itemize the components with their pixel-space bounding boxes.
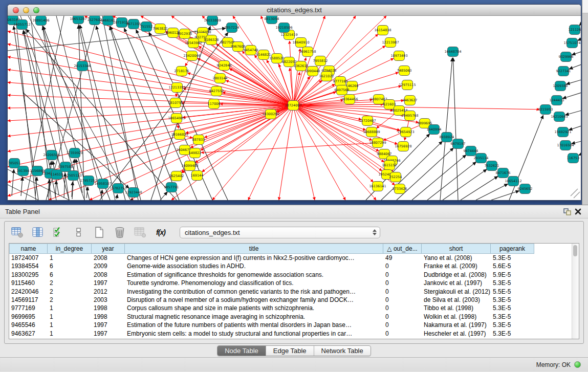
table-row[interactable]: 911546021997Tourette syndrome. Phenomeno…	[9, 279, 579, 287]
graph-node[interactable]: 16210643	[551, 112, 568, 122]
delete-trash-icon[interactable]	[113, 226, 126, 239]
table-row[interactable]: 1938455462009Genome-wide association stu…	[9, 262, 579, 270]
column-visibility-icon[interactable]	[31, 226, 45, 239]
column-header-2[interactable]: year	[92, 244, 125, 254]
graph-node[interactable]: 8912935	[178, 29, 192, 39]
minimize-window-button[interactable]	[23, 7, 29, 13]
graph-node[interactable]: 16154838	[374, 26, 391, 35]
graph-node[interactable]: 9463627	[403, 96, 418, 105]
column-header-6[interactable]: pagerank	[491, 244, 534, 254]
graph-node[interactable]: 887833	[192, 135, 205, 145]
graph-node[interactable]: 16033809	[204, 16, 221, 26]
column-header-5[interactable]: short	[422, 244, 491, 254]
table-row[interactable]: 946362711997Embryonic stem cells: a mode…	[9, 330, 579, 338]
graph-node[interactable]: 7625402	[169, 171, 184, 181]
graph-node[interactable]: 12505123	[64, 171, 81, 181]
graph-node[interactable]: 9329966	[559, 52, 574, 62]
tab-network-table[interactable]: Network Table	[314, 346, 371, 356]
graph-node[interactable]: 12213359	[168, 83, 185, 93]
table-row[interactable]: 946554611997Estimation of the future num…	[9, 321, 579, 329]
graph-node[interactable]: 8813054	[265, 16, 279, 24]
graph-node[interactable]: 6497568	[335, 85, 350, 95]
graph-node[interactable]: 9671355	[126, 19, 141, 29]
graph-node[interactable]: 16136141	[369, 182, 386, 191]
graph-node[interactable]: 10654112	[505, 177, 521, 186]
select-rows-icon[interactable]	[52, 226, 65, 239]
table-row[interactable]: 1872400712008Changes of HCN gene express…	[9, 254, 579, 262]
graph-node[interactable]: 18640910	[292, 38, 309, 48]
graph-node[interactable]: 8427552	[209, 86, 224, 96]
import-table-icon[interactable]	[134, 226, 147, 239]
graph-node[interactable]: 1640994	[427, 125, 442, 135]
graph-node[interactable]: 1621022	[319, 72, 334, 81]
function-fx-icon[interactable]: f(x)	[154, 226, 167, 239]
graph-node[interactable]: 17359928	[66, 148, 83, 158]
memory-ok-indicator[interactable]	[574, 361, 581, 368]
table-vertical-scrollbar[interactable]	[572, 244, 579, 339]
row-height-icon[interactable]	[72, 226, 85, 239]
graph-node[interactable]: 1244413	[550, 96, 564, 105]
graph-node[interactable]: 12975115	[399, 80, 416, 90]
tab-node-table[interactable]: Node Table	[217, 346, 266, 356]
graph-node[interactable]: 16756928	[395, 142, 411, 151]
graph-node[interactable]: 2803144	[213, 74, 228, 83]
column-header-1[interactable]: in_degree	[48, 244, 92, 254]
graph-node[interactable]: 391394	[17, 166, 30, 176]
graph-node[interactable]: 20891406	[32, 16, 49, 26]
graph-node[interactable]: 549822	[189, 148, 202, 158]
close-panel-icon[interactable]	[573, 207, 583, 216]
float-panel-icon[interactable]	[562, 207, 573, 216]
graph-node[interactable]: 8215953	[538, 105, 553, 115]
graph-node[interactable]: 7632621	[485, 161, 499, 171]
graph-node[interactable]: 15751074	[563, 38, 580, 48]
network-canvas[interactable]: 1872400718300295796382289601288912935232…	[8, 16, 581, 200]
graph-node[interactable]: 19654985	[168, 114, 185, 123]
graph-node[interactable]: 16648784	[444, 47, 461, 57]
graph-node[interactable]: 15692921	[554, 127, 571, 137]
graph-node[interactable]: 117006	[208, 99, 221, 109]
graph-node[interactable]: 116753	[567, 154, 580, 163]
graph-node[interactable]: 2718176	[175, 67, 189, 76]
graph-node[interactable]: 12213987	[382, 38, 399, 48]
graph-node[interactable]: 7955812	[313, 56, 328, 66]
graph-node[interactable]: 1990448	[306, 67, 320, 76]
graph-node[interactable]: 252254	[389, 172, 402, 182]
graph-node[interactable]: 16782753	[110, 184, 126, 193]
graph-node[interactable]: 8938924	[440, 133, 454, 142]
column-header-3[interactable]: title	[125, 244, 383, 254]
table-row[interactable]: 1830029562008Estimation of significance …	[9, 271, 579, 279]
table-row[interactable]: 1456911722003Disruption of a novel membe…	[9, 296, 579, 304]
graph-node[interactable]: 1733426	[393, 184, 407, 194]
graph-node[interactable]: 6479197	[451, 139, 466, 149]
graph-node[interactable]: 1527602	[88, 16, 102, 25]
graph-node[interactable]: 8186328	[204, 35, 219, 45]
graph-node[interactable]: 9146821	[256, 50, 271, 60]
graph-node[interactable]: 7485063	[397, 66, 412, 76]
graph-node[interactable]: 18807299	[369, 138, 386, 148]
graph-node[interactable]: 20153346	[74, 61, 91, 71]
graph-node[interactable]: 1209388	[553, 81, 568, 91]
graph-node[interactable]: 2935114	[474, 154, 489, 163]
table-row[interactable]: 969969511998Structural magnetic resonanc…	[9, 313, 579, 321]
zoom-window-button[interactable]	[33, 7, 39, 13]
graph-node[interactable]: 9242848	[217, 61, 232, 71]
table-settings-icon[interactable]	[11, 226, 24, 239]
graph-node[interactable]: 121126	[569, 25, 581, 35]
graph-node[interactable]: 1810755	[168, 98, 183, 108]
graph-node[interactable]: 10653287	[70, 16, 86, 24]
graph-node[interactable]: 751552	[140, 22, 153, 32]
graph-node[interactable]: 9245652	[518, 184, 533, 194]
column-header-4[interactable]: △ out_de...	[383, 244, 422, 254]
graph-node[interactable]: 9397588	[58, 162, 73, 172]
table-selector-dropdown[interactable]: citations_edges.txt	[180, 227, 380, 238]
canvas-resize-grip[interactable]	[571, 189, 580, 198]
graph-node[interactable]: 8471676	[496, 168, 511, 178]
graph-node[interactable]: 169144	[191, 171, 204, 181]
column-header-0[interactable]: name	[9, 244, 48, 254]
graph-node[interactable]: 10973493	[390, 51, 407, 61]
graph-node[interactable]: 17016504	[557, 141, 574, 150]
tab-edge-table[interactable]: Edge Table	[266, 346, 314, 356]
new-table-icon[interactable]	[93, 226, 106, 239]
graph-node[interactable]: 9227341	[556, 67, 571, 76]
graph-node[interactable]: 9857791	[164, 183, 179, 192]
